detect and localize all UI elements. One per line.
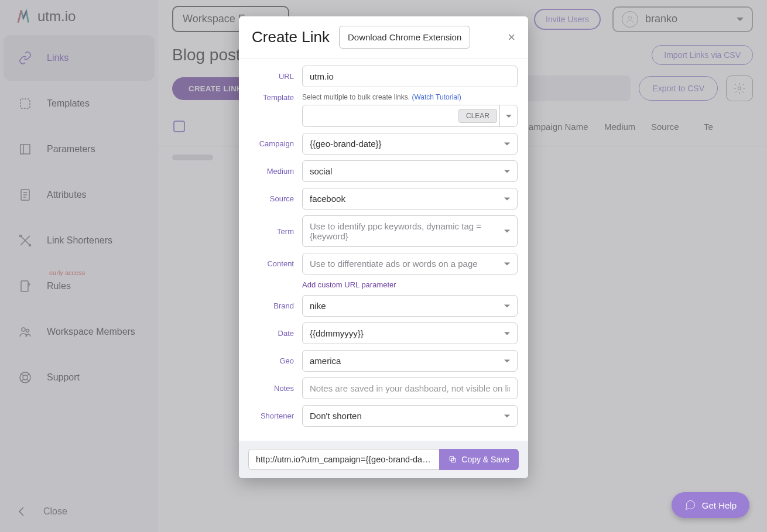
chevron-down-icon	[504, 414, 510, 417]
content-select[interactable]: Use to differentiate ads or words on a p…	[302, 253, 518, 274]
template-clear-button[interactable]: CLEAR	[458, 109, 497, 123]
campaign-label: Campaign	[249, 139, 302, 148]
shortener-select[interactable]: Don't shorten	[302, 405, 518, 427]
create-link-modal: Create Link Download Chrome Extension × …	[239, 16, 528, 478]
medium-label: Medium	[249, 167, 302, 176]
brand-select[interactable]: nike	[302, 295, 518, 317]
result-url-field[interactable]: http://utm.io?utm_campaign={{geo-brand-d…	[248, 449, 439, 470]
chat-icon	[684, 499, 696, 511]
geo-select[interactable]: america	[302, 350, 518, 372]
template-select[interactable]: CLEAR	[302, 105, 518, 127]
chevron-down-icon	[504, 262, 510, 265]
chevron-down-icon	[504, 142, 510, 145]
chevron-down-icon	[504, 359, 510, 362]
brand-label: brand	[249, 301, 302, 310]
campaign-select[interactable]: {{geo-brand-date}}	[302, 133, 518, 155]
copy-icon	[448, 455, 457, 464]
modal-footer: http://utm.io?utm_campaign={{geo-brand-d…	[239, 441, 528, 478]
date-select[interactable]: {{ddmmyyyy}}	[302, 322, 518, 344]
chevron-down-icon	[504, 332, 510, 335]
modal-close-button[interactable]: ×	[508, 30, 515, 45]
geo-label: geo	[249, 356, 302, 365]
download-chrome-ext-button[interactable]: Download Chrome Extension	[339, 26, 470, 49]
chevron-down-icon	[499, 105, 517, 126]
template-label: Template	[249, 93, 302, 102]
chevron-down-icon	[504, 304, 510, 307]
source-label: Source	[249, 194, 302, 203]
shortener-label: Shortener	[249, 411, 302, 420]
get-help-button[interactable]: Get Help	[672, 492, 749, 518]
medium-select[interactable]: social	[302, 160, 518, 182]
term-select[interactable]: Use to identify ppc keywords, dynamic ta…	[302, 215, 518, 247]
chevron-down-icon	[504, 230, 510, 233]
modal-title: Create Link	[252, 28, 330, 46]
source-select[interactable]: facebook	[302, 188, 518, 210]
modal-overlay: Create Link Download Chrome Extension × …	[0, 0, 767, 532]
chevron-down-icon	[504, 170, 510, 173]
modal-header: Create Link Download Chrome Extension ×	[239, 16, 528, 59]
url-input[interactable]	[302, 66, 518, 87]
modal-body: URL Template Select multiple to bulk cre…	[239, 59, 528, 441]
notes-label: Notes	[249, 384, 302, 393]
watch-tutorial-link[interactable]: (Watch Tutorial)	[412, 93, 461, 101]
notes-input[interactable]	[302, 377, 518, 399]
add-custom-param-link[interactable]: Add custom URL parameter	[249, 280, 518, 289]
chevron-down-icon	[504, 197, 510, 200]
term-label: Term	[249, 227, 302, 236]
url-label: URL	[249, 72, 302, 81]
copy-and-save-button[interactable]: Copy & Save	[439, 449, 519, 470]
date-label: date	[249, 329, 302, 338]
content-label: Content	[249, 259, 302, 268]
template-hint: Select multiple to bulk create links. (W…	[302, 93, 518, 101]
